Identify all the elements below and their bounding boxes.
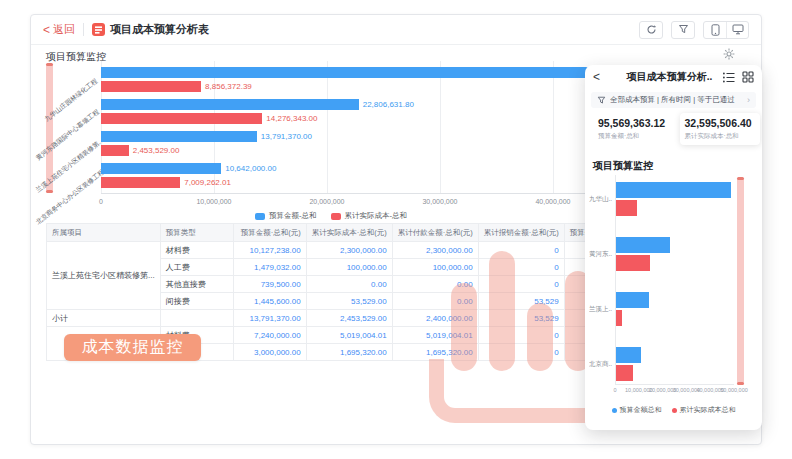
value-cell: 1,445,600.00 (233, 293, 306, 310)
value-cell: 739,500.00 (233, 276, 306, 293)
panel-stats: 95,569,363.12 预算金额·总和 32,595,506.40 累计实际… (593, 113, 760, 145)
panel-section-title: 项目预算监控 (593, 159, 653, 173)
x-tick: 30,000,000 (422, 198, 457, 205)
budget-type-cell: 间接费 (160, 293, 233, 310)
table-header-row: 所属项目 预算类型 预算金额·总和(元) 累计实际成本·总和(元) 累计付款金额… (47, 224, 650, 242)
legend-item-budget[interactable]: 预算金额总和 (612, 405, 662, 415)
legend-label: 预算金额-总和 (269, 211, 317, 221)
category-label: 黄河东.. (589, 250, 614, 259)
legend-label: 累计实际成本-总和 (345, 211, 408, 221)
back-label: 返回 (53, 22, 75, 37)
legend-label: 预算金额总和 (620, 405, 662, 415)
funnel-icon (678, 24, 689, 35)
list-view-icon[interactable] (723, 72, 735, 83)
bar-value-label: 10,642,000.00 (225, 164, 276, 173)
monitor-icon (732, 24, 744, 35)
chart-legend: 预算金额-总和 累计实际成本-总和 (101, 211, 561, 221)
legend-dot-red (672, 408, 677, 413)
column-header: 所属项目 (47, 224, 161, 242)
value-cell: 13,791,370.00 (233, 310, 306, 327)
value-cell: 0 (478, 259, 564, 276)
widget-settings-button[interactable] (721, 46, 737, 62)
panel-filter-bar[interactable]: 全部成本预算 | 所有时间 | 等于已通过 › (591, 92, 756, 108)
panel-header: < 项目成本预算分析.. (585, 65, 762, 89)
bar-value-label: 7,009,262.01 (184, 178, 231, 187)
window-header: < 返回 项目成本预算分析表 (31, 15, 761, 45)
actual-cost-bar (616, 310, 622, 326)
stat-budget-total[interactable]: 95,569,363.12 预算金额·总和 (593, 113, 674, 145)
actual-cost-bar: 8,856,372.39 (101, 81, 201, 92)
value-cell: 2,300,000.00 (306, 242, 392, 259)
bar-value-label: 13,791,370.00 (261, 132, 312, 141)
refresh-icon (646, 24, 657, 35)
budget-bar (616, 237, 670, 253)
project-cell: 兰溪上苑住宅小区精装修第... (47, 242, 161, 310)
category-label: 九华山.. (589, 195, 614, 204)
value-cell: 0.00 (392, 276, 478, 293)
cost-monitor-badge: 成本数据监控 (64, 334, 201, 361)
bar-value-label: 8,856,372.39 (205, 82, 252, 91)
legend-label: 累计实际成本总和 (680, 405, 736, 415)
panel-title: 项目成本预算分析.. (621, 70, 718, 84)
tab-cost-analysis[interactable]: 项目成本预算分析表 (92, 22, 209, 37)
budget-bar (616, 182, 731, 198)
actual-cost-bar (616, 365, 633, 381)
budget-bar: 22,806,631.80 (101, 99, 359, 110)
funnel-icon (597, 96, 606, 105)
value-cell: 5,019,004.01 (306, 327, 392, 344)
mobile-preview-button[interactable] (704, 22, 726, 38)
gridline (553, 61, 554, 193)
gridline (440, 61, 441, 193)
column-header: 累计报销金额·总和(元) (478, 224, 564, 242)
back-button[interactable]: < 返回 (43, 22, 75, 37)
main-bar-chart: 8,856,372.39 22,806,631.80 14,276,343.00… (101, 61, 661, 194)
value-cell: 1,695,320.00 (392, 344, 478, 361)
column-header: 预算金额·总和(元) (233, 224, 306, 242)
legend-item-actual-cost[interactable]: 累计实际成本总和 (672, 405, 736, 415)
value-cell: 0 (478, 344, 564, 361)
filter-button[interactable] (671, 21, 695, 39)
legend-swatch-blue (255, 213, 265, 220)
actual-cost-bar: 7,009,262.01 (101, 177, 180, 188)
refresh-button[interactable] (639, 21, 663, 39)
form-app-icon (92, 23, 105, 36)
table-row: 兰溪上苑住宅小区精装修第... 材料费 10,127,238.00 2,300,… (47, 242, 650, 259)
value-cell: 53,529 (478, 293, 564, 310)
stat-value: 95,569,363.12 (598, 117, 669, 129)
budget-type-cell: 其他直接费 (160, 276, 233, 293)
stat-actual-cost-total[interactable]: 32,595,506.40 累计实际成本·总和 (680, 113, 761, 145)
budget-bar: 10,642,000.00 (101, 163, 221, 174)
category-label: 兰溪上.. (589, 305, 614, 314)
desktop-preview-button[interactable] (726, 22, 748, 38)
value-cell: 5,019,004.01 (392, 327, 478, 344)
value-cell: 0 (478, 327, 564, 344)
gear-icon (723, 48, 735, 60)
x-tick: 20,000,000 (309, 198, 344, 205)
budget-type-cell (160, 310, 233, 327)
table-subtotal-row: 小计 13,791,370.00 2,453,529.00 2,400,000.… (47, 310, 650, 327)
legend-item-budget[interactable]: 预算金额-总和 (255, 211, 317, 221)
panel-chart-scrollbar[interactable] (737, 177, 744, 385)
value-cell: 2,453,529.00 (306, 310, 392, 327)
grid-view-icon[interactable] (742, 71, 754, 83)
value-cell: 2,300,000.00 (392, 242, 478, 259)
mobile-preview-panel: < 项目成本预算分析.. 全部成本预算 | 所有时间 | 等于已通过 › 95,… (585, 65, 762, 430)
value-cell: 53,529.00 (306, 293, 392, 310)
panel-x-axis: 0 10,000,000 20,000,000 30,000,000 40,00… (615, 387, 734, 395)
value-cell: 1,479,032.00 (233, 259, 306, 276)
column-header: 累计实际成本·总和(元) (306, 224, 392, 242)
value-cell: 0.00 (306, 276, 392, 293)
actual-cost-bar (616, 200, 637, 216)
subtotal-cell: 小计 (47, 310, 161, 327)
legend-item-actual-cost[interactable]: 累计实际成本-总和 (331, 211, 408, 221)
column-header: 预算类型 (160, 224, 233, 242)
device-preview-toggle (703, 21, 749, 39)
category-label: 北京商.. (589, 360, 614, 369)
value-cell: 7,240,000.00 (233, 327, 306, 344)
value-cell: 3,000,000.00 (233, 344, 306, 361)
actual-cost-bar: 14,276,343.00 (101, 113, 262, 124)
panel-back-button[interactable]: < (593, 70, 600, 84)
budget-bar (616, 292, 649, 308)
page: < 返回 项目成本预算分析表 (0, 0, 792, 459)
x-tick: 0 (613, 387, 616, 393)
